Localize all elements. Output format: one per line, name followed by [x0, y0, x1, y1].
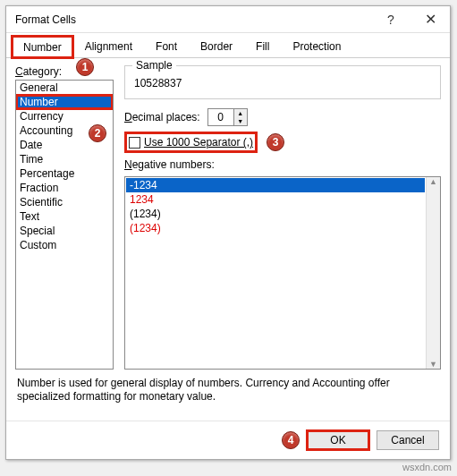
scroll-up-icon[interactable]: ▲: [429, 177, 437, 186]
scroll-down-icon[interactable]: ▼: [429, 360, 437, 369]
negative-numbers-label: Negative numbers:: [124, 158, 441, 171]
category-item-number[interactable]: Number: [16, 95, 113, 109]
spin-up-icon[interactable]: ▲: [234, 109, 247, 117]
spin-down-icon[interactable]: ▼: [234, 117, 247, 125]
tab-number[interactable]: Number: [12, 36, 73, 58]
watermark: wsxdn.com: [402, 462, 452, 472]
category-item-currency[interactable]: Currency: [16, 109, 113, 123]
negative-item-1[interactable]: 1234: [126, 192, 425, 207]
dialog-footer: 4 OK Cancel: [6, 421, 450, 459]
category-item-special[interactable]: Special: [16, 224, 113, 238]
callout-2: 2: [89, 124, 106, 142]
titlebar: Format Cells ? ✕: [6, 6, 450, 33]
decimal-places-spinbox[interactable]: ▲ ▼: [207, 108, 248, 126]
tab-fill[interactable]: Fill: [244, 35, 281, 57]
help-icon[interactable]: ?: [371, 6, 410, 32]
tab-strip: Number Alignment Font Border Fill Protec…: [6, 33, 450, 58]
negative-item-2[interactable]: (1234): [126, 207, 425, 221]
use-1000-separator-label: Use 1000 Separator (,): [144, 136, 253, 149]
callout-4: 4: [282, 431, 300, 449]
category-item-scientific[interactable]: Scientific: [16, 195, 113, 209]
sample-value: 10528837: [134, 77, 431, 89]
decimal-places-row: Decimal places: ▲ ▼: [124, 108, 441, 126]
scrollbar[interactable]: ▲▼: [426, 177, 440, 369]
category-item-text[interactable]: Text: [16, 209, 113, 224]
category-description: Number is used for general display of nu…: [15, 370, 441, 417]
category-item-custom[interactable]: Custom: [16, 238, 113, 252]
sample-box: Sample 10528837: [124, 65, 441, 99]
close-icon[interactable]: ✕: [410, 6, 450, 32]
negative-item-3[interactable]: (1234): [126, 221, 425, 235]
callout-1: 1: [76, 58, 94, 76]
tab-border[interactable]: Border: [189, 35, 244, 57]
tab-alignment[interactable]: Alignment: [73, 35, 144, 57]
dialog-content: Category: General Number Currency Accoun…: [6, 58, 450, 421]
tab-font[interactable]: Font: [144, 35, 189, 57]
tab-protection[interactable]: Protection: [281, 35, 352, 57]
cancel-button[interactable]: Cancel: [377, 430, 439, 450]
category-item-fraction[interactable]: Fraction: [16, 181, 113, 195]
callout-3: 3: [267, 133, 284, 151]
window-title: Format Cells: [15, 13, 371, 26]
category-item-time[interactable]: Time: [16, 152, 113, 166]
category-list[interactable]: General Number Currency Accounting Date …: [15, 80, 114, 370]
ok-button[interactable]: OK: [307, 430, 369, 450]
category-item-percentage[interactable]: Percentage: [16, 166, 113, 181]
decimal-places-label: Decimal places:: [124, 111, 200, 123]
category-label: Category:: [15, 65, 114, 78]
format-cells-dialog: Format Cells ? ✕ Number Alignment Font B…: [5, 5, 451, 460]
negative-numbers-list[interactable]: -1234 1234 (1234) (1234) ▲▼: [124, 176, 441, 370]
use-1000-separator-checkbox[interactable]: [129, 137, 140, 149]
category-item-general[interactable]: General: [16, 81, 113, 95]
use-1000-separator-row[interactable]: Use 1000 Separator (,): [124, 132, 258, 153]
decimal-places-input[interactable]: [208, 109, 233, 125]
negative-item-0[interactable]: -1234: [126, 178, 425, 192]
sample-label: Sample: [132, 59, 176, 72]
